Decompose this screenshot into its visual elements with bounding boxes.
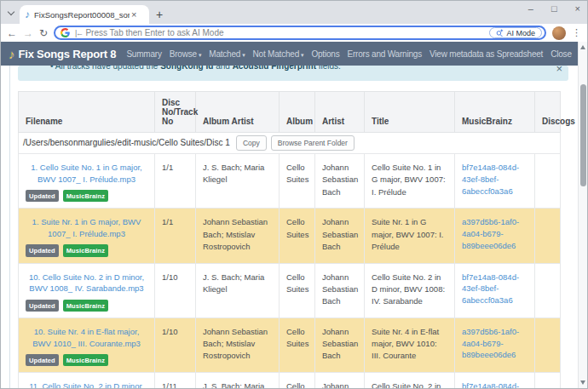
report-title: Fix Songs Report 8 bbox=[19, 48, 117, 60]
chevron-down-icon bbox=[8, 8, 14, 14]
cell-title: Suite Nr. 4 in E-flat major, BWV 1010: I… bbox=[365, 317, 455, 372]
column-header: Filename bbox=[19, 92, 155, 133]
filename-link[interactable]: 1. Cello Suite No. 1 in G major, BWV 100… bbox=[26, 162, 147, 186]
browser-menu-icon[interactable]: ⋮ bbox=[572, 27, 581, 38]
nav-item-browse[interactable]: Browse▾ bbox=[170, 49, 201, 59]
musicbrainz-badge: MusicBrainz bbox=[63, 354, 108, 366]
column-header: Album Artist bbox=[196, 92, 280, 133]
cell-disc: 1/10 bbox=[155, 317, 196, 372]
column-header: Title bbox=[365, 92, 455, 133]
updated-badge: Updated bbox=[26, 354, 59, 366]
forward-button[interactable]: → bbox=[23, 28, 33, 38]
cell-artist: Johann Sebastian Bach bbox=[315, 154, 365, 209]
window-close-button[interactable]: × bbox=[575, 4, 580, 14]
address-bar[interactable]: |← Press Tab then Enter to ask AI Mode A… bbox=[54, 26, 546, 40]
cell-album: Cello Suites bbox=[280, 373, 315, 388]
cell-filename: 1. Cello Suite No. 1 in G major, BWV 100… bbox=[19, 154, 155, 209]
musicbrainz-badge: MusicBrainz bbox=[63, 244, 108, 256]
folder-path: /Users/bensonmargulies/edit-music/Cello … bbox=[23, 138, 230, 147]
filename-link[interactable]: 10. Suite Nr. 4 in E-flat major, BWV 101… bbox=[26, 326, 147, 350]
cell-artist: Johann Sebastian Bach bbox=[315, 373, 365, 388]
nav-item-errors-and-warnings[interactable]: Errors and Warnings bbox=[347, 49, 422, 59]
browser-tabstrip: ♪ FixSongsReport00008_songdeta × + – □ × bbox=[1, 1, 587, 24]
window-controls: – □ × bbox=[528, 4, 580, 14]
nav-item-options[interactable]: Options bbox=[311, 49, 339, 59]
cell-musicbrainz: bf7e14a8-084d-43ef-8bef-6abeccf0a3a6 bbox=[455, 373, 535, 388]
google-logo-icon bbox=[61, 28, 70, 37]
profile-avatar[interactable] bbox=[552, 26, 566, 40]
page-scrollbar[interactable] bbox=[578, 42, 587, 388]
scrollbar-up-icon[interactable] bbox=[580, 45, 585, 49]
tab-key-icon: |← bbox=[75, 29, 82, 37]
banner-close-icon[interactable]: × bbox=[556, 66, 562, 75]
ai-mode-button[interactable]: AI Mode bbox=[489, 27, 542, 38]
cell-artist: Johann Sebastian Bach bbox=[315, 263, 365, 317]
cell-artist: Johann Sebastian Bach bbox=[315, 317, 365, 372]
window-maximize-button[interactable]: □ bbox=[551, 4, 557, 14]
back-button[interactable]: ← bbox=[7, 28, 17, 38]
scrollbar-down-icon[interactable] bbox=[580, 380, 585, 385]
musicbrainz-link[interactable]: a397d5b6-1af0-4a04-b679-b89beee06de6 bbox=[462, 216, 527, 251]
cell-musicbrainz: a397d5b6-1af0-4a04-b679-b89beee06de6 bbox=[455, 209, 535, 263]
info-banner: • All tracks have updated the SongKong I… bbox=[18, 66, 568, 81]
window-minimize-button[interactable]: – bbox=[528, 4, 533, 14]
musicbrainz-link[interactable]: bf7e14a8-084d-43ef-8bef-6abeccf0a3a6 bbox=[462, 272, 527, 306]
cell-album-artist: Johann Sebastian Bach; Mstislav Rostropo… bbox=[196, 317, 280, 372]
musicbrainz-link[interactable]: bf7e14a8-084d-43ef-8bef-6abeccf0a3a6 bbox=[462, 162, 527, 197]
new-tab-button[interactable]: + bbox=[156, 9, 163, 20]
cell-title: Cello Suite No. 1 in G major, BWV 1007: … bbox=[365, 154, 455, 209]
table-row: 11. Cello Suite No. 2 in D minor, BWV 10… bbox=[19, 373, 561, 388]
tab-close-icon[interactable]: × bbox=[131, 9, 136, 20]
cell-filename: 1. Suite Nr. 1 in G major, BWV 1007_ I. … bbox=[19, 209, 155, 263]
songkong-favicon-icon: ♪ bbox=[25, 9, 30, 20]
musicbrainz-link[interactable]: a397d5b6-1af0-4a04-b679-b89beee06de6 bbox=[462, 326, 527, 361]
filename-link[interactable]: 1. Suite Nr. 1 in G major, BWV 1007_ I. … bbox=[26, 216, 147, 240]
browser-window: ♪ FixSongsReport00008_songdeta × + – □ ×… bbox=[0, 0, 588, 389]
nav-item-summary[interactable]: Summary bbox=[126, 49, 161, 59]
cell-discogs bbox=[535, 209, 561, 263]
tab-search-button[interactable] bbox=[4, 6, 18, 20]
ai-mode-label: AI Mode bbox=[506, 29, 535, 37]
badge-row: UpdatedMusicBrainz bbox=[26, 244, 147, 256]
scrollbar-thumb[interactable] bbox=[580, 84, 586, 186]
nav-item-not-matched[interactable]: Not Matched▾ bbox=[253, 49, 304, 59]
badge-row: UpdatedMusicBrainz bbox=[26, 190, 147, 202]
cell-discogs bbox=[535, 317, 561, 372]
cell-discogs bbox=[535, 373, 561, 388]
info-banner-text: • All tracks have updated the SongKong I… bbox=[50, 66, 568, 71]
nav-item-view-metadata-as-spreadsheet[interactable]: View metadata as Spreadsheet bbox=[429, 49, 543, 59]
report-brand: ♪ Fix Songs Report 8 bbox=[9, 47, 116, 61]
filename-link[interactable]: 10. Cello Suite No. 2 in D minor, BWV 10… bbox=[26, 272, 147, 295]
musicbrainz-link[interactable]: bf7e14a8-084d-43ef-8bef-6abeccf0a3a6 bbox=[462, 380, 527, 388]
column-header: MusicBrainz bbox=[455, 92, 535, 133]
navbar-menu: SummaryBrowse▾Matched▾Not Matched▾Option… bbox=[126, 49, 571, 59]
report-table-body: /Users/bensonmargulies/edit-music/Cello … bbox=[19, 133, 561, 389]
report-navbar: ♪ Fix Songs Report 8 SummaryBrowse▾Match… bbox=[1, 42, 578, 66]
browser-tab[interactable]: ♪ FixSongsReport00008_songdeta × bbox=[20, 5, 149, 24]
nav-item-close[interactable]: Close bbox=[551, 49, 572, 59]
nav-item-matched[interactable]: Matched▾ bbox=[209, 49, 245, 59]
filename-link[interactable]: 11. Cello Suite No. 2 in D minor, BWV 10… bbox=[26, 380, 147, 388]
column-header: Discogs bbox=[535, 92, 561, 133]
reload-button[interactable]: ↻ bbox=[39, 28, 48, 38]
cell-artist: Johann Sebastian Bach bbox=[315, 209, 365, 263]
cell-album: Cello Suites bbox=[280, 317, 315, 372]
cell-musicbrainz: bf7e14a8-084d-43ef-8bef-6abeccf0a3a6 bbox=[455, 154, 535, 209]
cell-title: Suite Nr. 1 in G major, BWV 1007: I. Pré… bbox=[365, 209, 455, 263]
updated-badge: Updated bbox=[26, 300, 59, 312]
musicbrainz-badge: MusicBrainz bbox=[63, 300, 108, 312]
browse-parent-folder-button[interactable]: Browse Parent Folder bbox=[271, 135, 355, 151]
report-table: FilenameDisc No/Track NoAlbum ArtistAlbu… bbox=[18, 91, 560, 388]
badge-row: UpdatedMusicBrainz bbox=[26, 354, 147, 366]
cell-musicbrainz: a397d5b6-1af0-4a04-b679-b89beee06de6 bbox=[455, 317, 535, 372]
cell-album: Cello Suites bbox=[280, 154, 315, 209]
panel-left-border bbox=[9, 66, 10, 388]
updated-badge: Updated bbox=[26, 190, 59, 202]
bullet-icon: • bbox=[50, 66, 54, 71]
ai-spark-search-icon bbox=[496, 29, 504, 37]
cell-album: Cello Suites bbox=[280, 263, 315, 317]
browser-toolbar: ← → ↻ |← Press Tab then Enter to ask AI … bbox=[1, 24, 587, 42]
table-header-row: FilenameDisc No/Track NoAlbum ArtistAlbu… bbox=[19, 92, 561, 133]
table-row: 10. Suite Nr. 4 in E-flat major, BWV 101… bbox=[19, 317, 561, 372]
copy-button[interactable]: Copy bbox=[236, 135, 267, 151]
